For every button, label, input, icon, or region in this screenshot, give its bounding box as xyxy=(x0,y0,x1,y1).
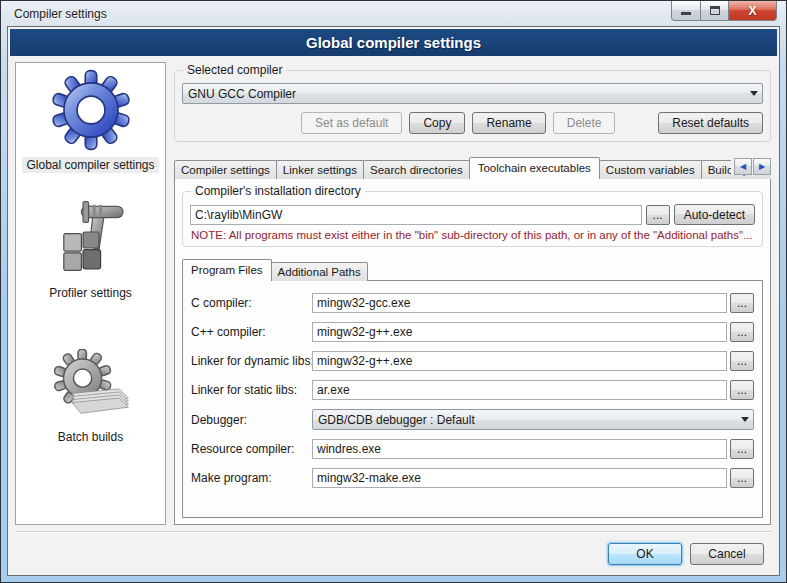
debugger-select-value: GDB/CDB debugger : Default xyxy=(318,413,737,427)
rename-button[interactable]: Rename xyxy=(472,112,545,134)
blue-gear-icon xyxy=(43,69,139,151)
tab-search-directories[interactable]: Search directories xyxy=(363,160,470,179)
gear-stack-icon xyxy=(43,341,139,423)
selected-compiler-group: Selected compiler GNU GCC Compiler Set a… xyxy=(174,70,771,142)
ok-button[interactable]: OK xyxy=(608,543,682,565)
sidebar-item-label: Global compiler settings xyxy=(22,157,158,173)
cpp-compiler-input[interactable] xyxy=(312,322,727,342)
arrow-right-icon: ▶ xyxy=(759,162,765,171)
page-title: Global compiler settings xyxy=(306,34,481,51)
sidebar-item-global-compiler-settings[interactable]: Global compiler settings xyxy=(22,69,158,173)
debugger-label: Debugger: xyxy=(191,413,312,427)
installation-directory-group-label: Compiler's installation directory xyxy=(191,184,365,198)
sidebar-item-batch-builds[interactable]: Batch builds xyxy=(43,341,139,445)
linker-dynamic-input[interactable] xyxy=(312,351,727,371)
program-files-tabstrip: Program Files Additional Paths xyxy=(182,259,763,281)
dialog-client-area: Global compiler settings xyxy=(7,26,780,576)
field-row-cpp-compiler: C++ compiler: ... xyxy=(191,322,754,342)
auto-detect-button[interactable]: Auto-detect xyxy=(674,204,755,225)
tab-additional-paths[interactable]: Additional Paths xyxy=(271,262,368,281)
field-row-debugger: Debugger: GDB/CDB debugger : Default xyxy=(191,409,754,430)
close-button[interactable]: X xyxy=(729,1,777,21)
arrow-left-icon: ◀ xyxy=(740,162,746,171)
program-files-panel: C compiler: ... C++ compiler: ... xyxy=(182,280,763,518)
minimize-button[interactable] xyxy=(671,1,701,21)
page-title-banner: Global compiler settings xyxy=(10,29,777,56)
chevron-down-icon xyxy=(750,91,758,96)
settings-category-list: Global compiler settings xyxy=(15,62,166,525)
dialog-footer: OK Cancel xyxy=(16,531,771,575)
tab-custom-variables[interactable]: Custom variables xyxy=(599,160,702,179)
compiler-settings-tabstrip: Compiler settings Linker settings Search… xyxy=(174,157,771,179)
tab-scroll-right-button[interactable]: ▶ xyxy=(753,158,771,175)
tab-toolchain-executables[interactable]: Toolchain executables xyxy=(469,157,600,179)
resource-compiler-browse-button[interactable]: ... xyxy=(730,439,754,459)
compiler-settings-window: Compiler settings X Global compiler sett… xyxy=(0,0,787,583)
field-row-linker-static: Linker for static libs: ... xyxy=(191,380,754,400)
titlebar[interactable]: Compiler settings xyxy=(1,1,786,26)
field-row-linker-dynamic: Linker for dynamic libs: ... xyxy=(191,351,754,371)
installation-directory-input[interactable] xyxy=(190,205,642,225)
linker-static-browse-button[interactable]: ... xyxy=(730,380,754,400)
linker-static-label: Linker for static libs: xyxy=(191,383,312,397)
make-program-input[interactable] xyxy=(312,468,727,488)
set-as-default-button[interactable]: Set as default xyxy=(301,112,402,134)
minimize-icon xyxy=(681,12,691,15)
close-icon: X xyxy=(748,5,756,17)
caliper-icon xyxy=(43,197,139,279)
field-row-make-program: Make program: ... xyxy=(191,468,754,488)
linker-static-input[interactable] xyxy=(312,380,727,400)
toolchain-executables-panel: Compiler's installation directory ... Au… xyxy=(174,178,771,525)
debugger-select[interactable]: GDB/CDB debugger : Default xyxy=(312,409,754,430)
bin-subdirectory-note: NOTE: All programs must exist either in … xyxy=(191,229,754,241)
cpp-compiler-browse-button[interactable]: ... xyxy=(730,322,754,342)
compiler-select-value: GNU GCC Compiler xyxy=(188,87,746,101)
selected-compiler-group-label: Selected compiler xyxy=(183,63,286,77)
delete-button[interactable]: Delete xyxy=(553,112,616,134)
chevron-down-icon xyxy=(741,417,749,422)
sidebar-item-profiler-settings[interactable]: Profiler settings xyxy=(43,197,139,301)
cancel-button[interactable]: Cancel xyxy=(690,543,764,565)
tab-scroll-left-button[interactable]: ◀ xyxy=(734,158,752,175)
resource-compiler-input[interactable] xyxy=(312,439,727,459)
field-row-resource-compiler: Resource compiler: ... xyxy=(191,439,754,459)
tab-linker-settings[interactable]: Linker settings xyxy=(276,160,364,179)
linker-dynamic-browse-button[interactable]: ... xyxy=(730,351,754,371)
tab-program-files[interactable]: Program Files xyxy=(182,259,272,281)
c-compiler-browse-button[interactable]: ... xyxy=(730,293,754,313)
sidebar-item-label: Batch builds xyxy=(54,429,127,445)
c-compiler-label: C compiler: xyxy=(191,296,312,310)
installation-directory-group: Compiler's installation directory ... Au… xyxy=(182,191,763,247)
make-program-label: Make program: xyxy=(191,471,312,485)
field-row-c-compiler: C compiler: ... xyxy=(191,293,754,313)
sidebar-item-label: Profiler settings xyxy=(45,285,136,301)
resource-compiler-label: Resource compiler: xyxy=(191,442,312,456)
tab-scroll-arrows: ◀ ▶ xyxy=(731,158,771,175)
compiler-select[interactable]: GNU GCC Compiler xyxy=(182,83,763,104)
browse-directory-button[interactable]: ... xyxy=(646,205,670,225)
linker-dynamic-label: Linker for dynamic libs: xyxy=(191,354,312,368)
c-compiler-input[interactable] xyxy=(312,293,727,313)
cpp-compiler-label: C++ compiler: xyxy=(191,325,312,339)
make-program-browse-button[interactable]: ... xyxy=(730,468,754,488)
copy-button[interactable]: Copy xyxy=(409,112,465,134)
maximize-icon xyxy=(710,6,720,15)
tab-compiler-settings[interactable]: Compiler settings xyxy=(174,160,277,179)
window-title: Compiler settings xyxy=(14,7,107,21)
window-controls: X xyxy=(671,1,777,21)
maximize-button[interactable] xyxy=(701,1,729,21)
reset-defaults-button[interactable]: Reset defaults xyxy=(658,112,763,134)
